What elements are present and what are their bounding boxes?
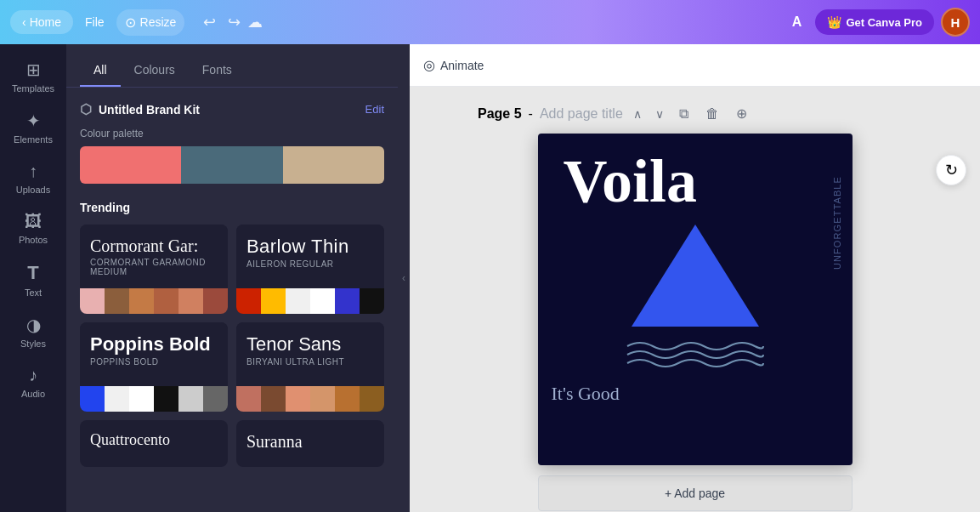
tab-colours[interactable]: Colours [121, 54, 189, 87]
canva-pro-button[interactable]: 👑 Get Canva Pro [815, 9, 934, 35]
fc-color [105, 288, 129, 314]
add-page-bar[interactable]: + Add page [538, 475, 853, 511]
font-card-suranna-name: Suranna [246, 432, 374, 451]
font-cards-grid: Cormorant Gar: Cormorant Garamond Medium [80, 225, 384, 467]
font-card-barlow-colors [236, 288, 384, 314]
font-card-tenor[interactable]: Tenor Sans BIRYANI ULTRA LIGHT [236, 322, 384, 412]
font-card-barlow[interactable]: Barlow Thin AILERON REGULAR [236, 225, 384, 314]
sidebar-item-label: Templates [12, 83, 54, 94]
animate-button[interactable]: ◎ Animate [423, 57, 484, 73]
cloud-save-button[interactable]: ☁ [247, 13, 263, 31]
sidebar-item-photos[interactable]: 🖼 Photos [0, 203, 66, 253]
font-card-cormorant-preview: Cormorant Gar: Cormorant Garamond Medium [80, 225, 228, 288]
brand-kit-name: Untitled Brand Kit [99, 103, 200, 117]
fc-color [178, 288, 203, 314]
color-swatch-3[interactable] [283, 146, 384, 184]
brand-kit-header: ⬡ Untitled Brand Kit Edit [80, 101, 384, 117]
ai-assistant-button[interactable]: ↻ [936, 155, 966, 185]
font-card-cormorant-name: Cormorant Gar: [90, 236, 218, 255]
font-card-poppins[interactable]: Poppins Bold Poppins Bold [80, 322, 228, 412]
collapse-icon: ‹ [402, 272, 405, 284]
font-card-quattrocento[interactable]: Quattrocento [80, 420, 228, 467]
page-header: Page 5 - Add page title ∧ ∨ ⧉ 🗑 ⊕ [478, 104, 752, 123]
triangle-svg [627, 220, 763, 331]
font-card-cormorant-colors [80, 288, 228, 314]
font-card-quattrocento-preview: Quattrocento [80, 420, 228, 467]
font-card-cormorant[interactable]: Cormorant Gar: Cormorant Garamond Medium [80, 225, 228, 314]
resize-button[interactable]: ⊙ Resize [116, 9, 185, 36]
fc-color [129, 288, 154, 314]
page-add-title[interactable]: Add page title [540, 106, 623, 122]
sidebar-item-templates[interactable]: ⊞ Templates [0, 51, 66, 102]
font-card-barlow-sub: AILERON REGULAR [246, 259, 374, 269]
user-avatar[interactable]: H [941, 8, 970, 37]
page-up-button[interactable]: ∧ [630, 105, 645, 122]
fc-color [310, 288, 335, 314]
sidebar-item-text[interactable]: T Text [0, 253, 66, 306]
file-button[interactable]: File [76, 10, 113, 34]
font-card-poppins-colors [80, 386, 228, 412]
fc-color [286, 386, 310, 412]
panel-collapse-handle[interactable]: ‹ [398, 44, 410, 512]
fc-color [261, 386, 286, 412]
canvas-area: ◎ Animate Page 5 - Add page title ∧ ∨ ⧉ … [410, 44, 980, 512]
color-swatch-2[interactable] [181, 146, 282, 184]
pro-label: Get Canva Pro [846, 16, 922, 29]
font-card-barlow-name: Barlow Thin [246, 236, 374, 257]
page-copy-button[interactable]: ⧉ [674, 105, 694, 123]
color-swatch-1[interactable] [80, 146, 181, 184]
sidebar-item-uploads[interactable]: ↑ Uploads [0, 153, 66, 203]
fc-color [203, 288, 228, 314]
page-expand-button[interactable]: ⊕ [731, 104, 752, 123]
canvas-voila-text: Voila [538, 134, 853, 212]
sidebar-item-elements[interactable]: ✦ Elements [0, 102, 66, 153]
tab-all[interactable]: All [80, 54, 121, 87]
chevron-left-icon: ‹ [22, 15, 26, 29]
crown-icon: 👑 [827, 15, 841, 29]
brand-kit-icon: ⬡ [80, 101, 92, 117]
canvas-content: Page 5 - Add page title ∧ ∨ ⧉ 🗑 ⊕ Unforg… [410, 87, 980, 512]
redo-button[interactable]: ↪ [223, 9, 246, 35]
top-bar-right: A 👑 Get Canva Pro H [785, 8, 970, 37]
fc-color [154, 386, 178, 412]
sidebar-item-label: Styles [20, 338, 46, 349]
waves-svg [623, 338, 768, 376]
fc-color [310, 386, 335, 412]
animate-icon: ◎ [423, 57, 435, 73]
font-card-tenor-colors [236, 386, 384, 412]
accessibility-button[interactable]: A [785, 11, 809, 33]
sidebar: ⊞ Templates ✦ Elements ↑ Uploads 🖼 Photo… [0, 44, 66, 512]
font-card-tenor-preview: Tenor Sans BIRYANI ULTRA LIGHT [236, 322, 384, 386]
page-number: Page 5 [478, 106, 522, 122]
sidebar-item-audio[interactable]: ♪ Audio [0, 357, 66, 407]
colour-palette-label: Colour palette [80, 128, 384, 139]
fc-color [178, 386, 203, 412]
design-canvas[interactable]: Unforgettable Voila [538, 134, 853, 465]
font-card-barlow-preview: Barlow Thin AILERON REGULAR [236, 225, 384, 288]
fc-color [105, 386, 129, 412]
audio-icon: ♪ [29, 366, 37, 385]
page-down-button[interactable]: ∨ [652, 105, 667, 122]
font-card-poppins-preview: Poppins Bold Poppins Bold [80, 322, 228, 386]
uploads-icon: ↑ [29, 162, 37, 181]
text-icon: T [27, 262, 38, 284]
sidebar-item-label: Uploads [16, 185, 50, 195]
wave-3 [627, 360, 763, 367]
wave-2 [627, 351, 763, 358]
brand-kit-title: ⬡ Untitled Brand Kit [80, 101, 200, 117]
edit-brand-kit-button[interactable]: Edit [365, 103, 384, 116]
undo-button[interactable]: ↩ [198, 9, 221, 35]
back-button[interactable]: ‹ Home [10, 10, 73, 34]
fc-color [129, 386, 154, 412]
page-delete-button[interactable]: 🗑 [700, 105, 724, 123]
triangle-shape [632, 225, 759, 327]
resize-label: Resize [140, 15, 177, 29]
font-card-cormorant-sub: Cormorant Garamond Medium [90, 258, 218, 276]
templates-icon: ⊞ [26, 60, 41, 80]
sidebar-item-label: Audio [21, 389, 45, 399]
tab-fonts[interactable]: Fonts [189, 54, 246, 87]
font-card-quattrocento-name: Quattrocento [90, 432, 218, 449]
sidebar-item-styles[interactable]: ◑ Styles [0, 306, 66, 357]
font-card-suranna[interactable]: Suranna [236, 420, 384, 467]
canvas-toolbar: ◎ Animate [410, 44, 980, 87]
